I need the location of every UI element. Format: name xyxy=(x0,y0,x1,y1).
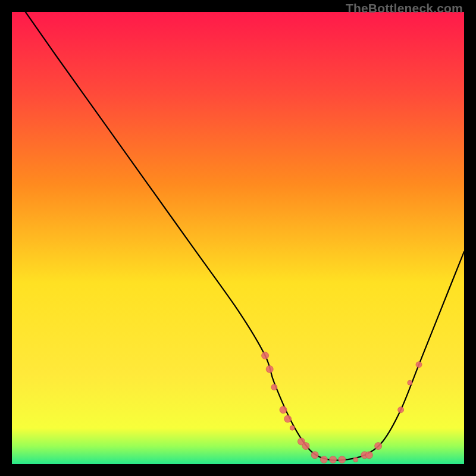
data-marker xyxy=(290,425,295,430)
data-marker xyxy=(330,456,337,463)
data-marker xyxy=(280,406,287,414)
data-marker xyxy=(416,362,422,368)
data-marker xyxy=(375,443,382,450)
data-marker xyxy=(266,365,273,372)
data-marker xyxy=(398,407,404,413)
data-marker xyxy=(339,456,346,463)
data-marker xyxy=(353,457,358,462)
data-marker xyxy=(302,443,309,450)
gradient-background xyxy=(12,12,464,464)
data-marker xyxy=(320,456,327,463)
chart-frame xyxy=(12,12,464,464)
data-marker xyxy=(365,452,372,459)
data-marker xyxy=(408,380,412,385)
bottleneck-chart xyxy=(12,12,464,464)
data-marker xyxy=(311,452,318,459)
data-marker xyxy=(262,352,269,359)
watermark-text: TheBottleneck.com xyxy=(346,1,463,15)
data-marker xyxy=(271,384,277,390)
data-marker xyxy=(284,415,292,422)
